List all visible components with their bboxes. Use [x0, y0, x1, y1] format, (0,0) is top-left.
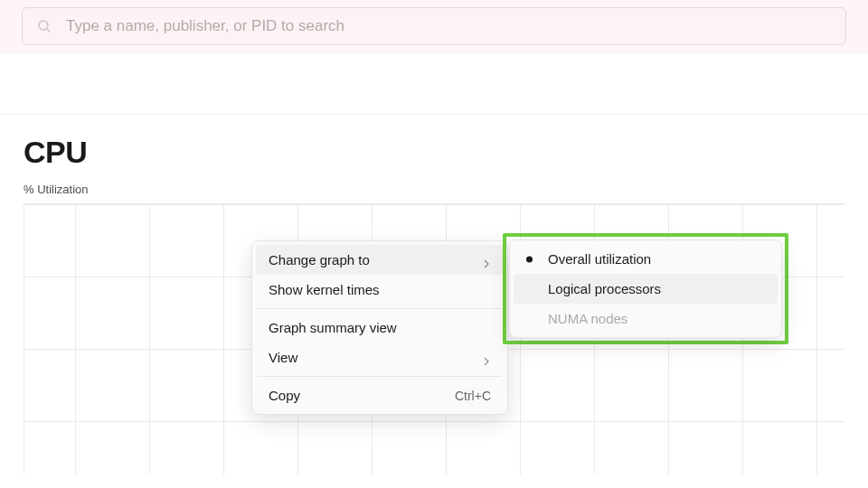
- submenu-item-overall-utilization[interactable]: Overall utilization: [514, 244, 778, 274]
- svg-line-1: [47, 29, 51, 33]
- menu-item-label: Change graph to: [269, 252, 370, 267]
- menu-divider: [258, 376, 502, 377]
- context-menu: Change graph to Show kernel times Graph …: [251, 240, 508, 415]
- utilization-label: % Utilization: [24, 183, 844, 196]
- menu-item-label: Overall utilization: [548, 251, 651, 267]
- submenu-item-numa-nodes[interactable]: NUMA nodes: [514, 304, 778, 333]
- menu-shortcut: Ctrl+C: [455, 389, 491, 403]
- submenu-highlight-box: Overall utilization Logical processors N…: [503, 233, 788, 344]
- search-icon: [37, 19, 52, 33]
- menu-item-show-kernel-times[interactable]: Show kernel times: [256, 275, 504, 305]
- search-bar[interactable]: [22, 7, 846, 45]
- menu-item-change-graph-to[interactable]: Change graph to: [256, 245, 504, 275]
- grid-line: [149, 204, 150, 474]
- chevron-right-icon: [482, 256, 491, 265]
- grid-line: [75, 204, 76, 474]
- search-input[interactable]: [66, 17, 831, 35]
- grid-line: [24, 204, 844, 205]
- grid-line: [223, 204, 224, 474]
- submenu-item-logical-processors[interactable]: Logical processors: [514, 274, 778, 304]
- change-graph-submenu: Overall utilization Logical processors N…: [509, 239, 782, 338]
- svg-point-0: [39, 21, 48, 30]
- menu-item-label: Copy: [269, 388, 300, 403]
- grid-line: [24, 421, 844, 422]
- menu-item-view[interactable]: View: [256, 343, 504, 372]
- menu-item-graph-summary-view[interactable]: Graph summary view: [256, 313, 504, 343]
- menu-item-label: Graph summary view: [269, 320, 397, 335]
- menu-item-copy[interactable]: Copy Ctrl+C: [256, 380, 504, 410]
- grid-line: [24, 204, 24, 474]
- menu-item-label: Show kernel times: [269, 282, 380, 297]
- menu-divider: [258, 308, 502, 309]
- grid-line: [816, 204, 817, 474]
- radio-selected-icon: [526, 256, 533, 262]
- menu-item-label: NUMA nodes: [548, 311, 627, 326]
- chevron-right-icon: [482, 353, 491, 362]
- search-bar-container: [0, 0, 868, 53]
- menu-item-label: Logical processors: [548, 281, 661, 296]
- menu-item-label: View: [269, 350, 297, 365]
- page-title: CPU: [24, 135, 844, 170]
